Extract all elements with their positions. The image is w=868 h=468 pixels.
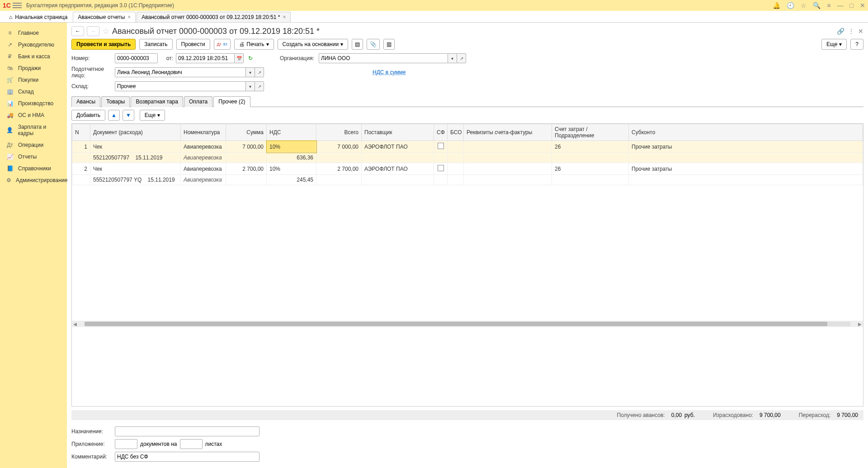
chevron-down-icon[interactable]: ▾ [246,67,255,77]
sheets-label: листах [205,441,222,447]
col-sum[interactable]: Сумма [226,124,267,141]
calendar-icon[interactable]: 📅 [235,53,244,63]
sidebar-icon: 🛒 [6,77,14,83]
person-field[interactable] [115,67,246,77]
add-button[interactable]: Добавить [71,110,105,121]
table-row[interactable]: 1ЧекАвиаперевозка7 000,0010%7 000,00АЭРО… [72,141,863,153]
settings-icon[interactable]: ≡ [827,2,830,9]
bell-icon[interactable]: 🔔 [773,2,780,9]
dtct-button[interactable]: ДтКт [214,39,231,50]
post-button[interactable]: Провести [176,39,210,50]
structure-button[interactable]: ▤ [352,39,363,50]
more-button[interactable]: Еще▾ [821,39,847,50]
sf-checkbox[interactable] [438,165,444,171]
sidebar-item[interactable]: 👤Зарплата и кадры [0,121,67,139]
sidebar-item-label: Производство [18,100,53,107]
sidebar-item[interactable]: ≡Главное [0,27,67,39]
col-sf[interactable]: СФ [434,124,448,141]
col-sf-req[interactable]: Реквизиты счета-фактуры [464,124,552,141]
sidebar-item[interactable]: 📊Производство [0,98,67,109]
grid-more-button[interactable]: Еще▾ [140,110,165,121]
col-nomen[interactable]: Номенклатура [181,124,226,141]
help-button[interactable]: ? [850,39,863,50]
tab-close-icon[interactable]: × [283,14,286,20]
sidebar-item[interactable]: 📈Отчеты [0,151,67,163]
sidebar-item-label: Зарплата и кадры [18,124,62,136]
sidebar-item-label: Операции [18,142,43,148]
scroll-right-icon[interactable]: ▶ [857,322,863,327]
tab-payment[interactable]: Оплата [184,96,212,107]
open-icon[interactable]: ↗ [457,53,466,63]
col-subconto[interactable]: Субконто [629,124,863,141]
org-field[interactable] [319,53,448,63]
docs-count-field[interactable] [115,439,137,449]
date-field[interactable] [176,53,235,63]
purpose-field[interactable] [115,426,259,436]
sidebar-item[interactable]: 🛒Покупки [0,74,67,86]
comment-field[interactable] [115,452,259,462]
open-icon[interactable]: ↗ [255,81,264,91]
link-icon[interactable]: 🔗 [837,28,844,35]
col-supplier[interactable]: Поставщик [362,124,434,141]
create-based-button[interactable]: Создать на основании▾ [278,39,349,50]
scroll-left-icon[interactable]: ◀ [72,322,78,327]
close-icon[interactable]: ✕ [860,2,865,9]
refresh-icon[interactable]: ↻ [246,55,255,61]
table-row-detail[interactable]: 5552120507797 YQ 15.11.2019Авиаперевозка… [72,175,863,185]
maximize-icon[interactable]: □ [850,2,854,9]
col-account[interactable]: Счет затрат / Подразделение [552,124,629,141]
favorite-icon[interactable]: ☆ [102,26,109,36]
chevron-down-icon[interactable]: ▾ [448,53,457,63]
sidebar-icon: Дт [6,142,14,148]
tab-document[interactable]: Авансовый отчет 0000-000003 от 09.12.201… [137,12,291,22]
forward-button[interactable]: → [87,26,99,36]
sidebar-item[interactable]: ↗Руководителю [0,39,67,51]
sidebar-item[interactable]: 📘Справочники [0,163,67,174]
open-icon[interactable]: ↗ [255,67,264,77]
attachment-button[interactable]: 📎 [367,39,380,50]
list-button[interactable]: ▥ [383,39,395,50]
back-button[interactable]: ← [71,26,84,36]
nds-link[interactable]: НДС в сумме [373,69,406,75]
post-and-close-button[interactable]: Провести и закрыть [71,39,136,50]
move-up-button[interactable]: ▲ [108,110,120,121]
number-field[interactable] [115,53,158,63]
totals-bar: Получено авансов:0,00руб. Израсходовано:… [71,410,863,420]
minimize-icon[interactable]: — [837,2,844,9]
col-n[interactable]: N [72,124,90,141]
save-button[interactable]: Записать [139,39,172,50]
tab-home[interactable]: ⌂ Начальная страница [5,12,72,22]
sidebar-item[interactable]: ₽Банк и касса [0,51,67,62]
sidebar-item[interactable]: ДтОперации [0,139,67,151]
move-down-button[interactable]: ▼ [123,110,134,121]
sidebar-item[interactable]: 🏢Склад [0,86,67,98]
warehouse-label: Склад: [71,83,112,89]
star-icon[interactable]: ☆ [801,2,807,9]
sidebar-item[interactable]: 🛍Продажи [0,62,67,74]
sidebar-item[interactable]: ⚙Администрирование [0,174,67,186]
tab-goods[interactable]: Товары [101,96,130,107]
close-doc-icon[interactable]: ✕ [858,28,863,35]
tab-returnable[interactable]: Возвратная тара [131,96,183,107]
table-row-detail[interactable]: 552120507797 15.11.2019Авиаперевозка636,… [72,153,863,163]
search-icon[interactable]: 🔍 [813,2,821,9]
col-total[interactable]: Всего [316,124,362,141]
tab-advances[interactable]: Авансы [71,96,100,107]
chevron-down-icon[interactable]: ▾ [246,81,255,91]
col-bso[interactable]: БСО [448,124,464,141]
col-nds[interactable]: НДС [267,124,316,141]
sf-checkbox[interactable] [438,143,444,149]
sheets-count-field[interactable] [180,439,203,449]
horizontal-scrollbar[interactable]: ◀ ▶ [72,321,863,327]
tab-other[interactable]: Прочее (2) [213,96,250,107]
history-icon[interactable]: 🕘 [787,2,794,9]
tab-list[interactable]: Авансовые отчеты × [73,12,136,22]
more-icon[interactable]: ⋮ [848,28,854,35]
warehouse-field[interactable] [115,81,246,91]
print-button[interactable]: 🖨Печать▾ [234,39,274,50]
col-doc[interactable]: Документ (расхода) [90,124,181,141]
menu-icon[interactable] [13,2,22,9]
tab-close-icon[interactable]: × [127,14,131,20]
sidebar-item[interactable]: 🚚ОС и НМА [0,109,67,121]
table-row[interactable]: 2ЧекАвиаперевозка2 700,0010%2 700,00АЭРО… [72,163,863,175]
